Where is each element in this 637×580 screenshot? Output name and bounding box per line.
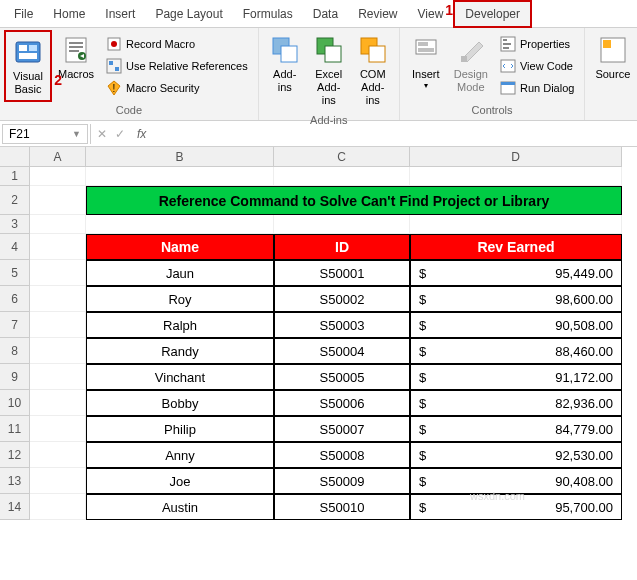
run-dialog-button[interactable]: Run Dialog <box>496 78 578 98</box>
cell[interactable] <box>30 468 86 494</box>
row-header[interactable]: 2 <box>0 186 30 215</box>
addins-button[interactable]: Add- ins <box>263 30 307 98</box>
row-header[interactable]: 14 <box>0 494 30 520</box>
cell[interactable] <box>30 312 86 338</box>
table-cell-name[interactable]: Randy <box>86 338 274 364</box>
visual-basic-button[interactable]: Visual Basic 2 <box>4 30 52 102</box>
record-macro-button[interactable]: Record Macro <box>102 34 252 54</box>
cell[interactable] <box>30 260 86 286</box>
cell[interactable] <box>410 167 622 186</box>
design-mode-button[interactable]: Design Mode <box>448 30 494 98</box>
cell[interactable] <box>30 416 86 442</box>
table-cell-rev[interactable]: $88,460.00 <box>410 338 622 364</box>
com-addins-button[interactable]: COM Add-ins <box>351 30 395 112</box>
cell[interactable] <box>30 390 86 416</box>
cell[interactable] <box>30 442 86 468</box>
table-cell-rev[interactable]: $91,172.00 <box>410 364 622 390</box>
row-header[interactable]: 13 <box>0 468 30 494</box>
insert-control-button[interactable]: Insert ▾ <box>404 30 448 95</box>
svg-rect-24 <box>461 56 467 62</box>
table-cell-id[interactable]: S50003 <box>274 312 410 338</box>
tab-formulas[interactable]: Formulas <box>233 2 303 26</box>
cancel-formula-icon[interactable]: ✕ <box>97 127 107 141</box>
tab-insert[interactable]: Insert <box>95 2 145 26</box>
table-header-rev[interactable]: Rev Earned <box>410 234 622 260</box>
column-header[interactable]: B <box>86 147 274 167</box>
cell[interactable] <box>30 286 86 312</box>
row-header[interactable]: 3 <box>0 215 30 234</box>
table-cell-id[interactable]: S50005 <box>274 364 410 390</box>
row-header[interactable]: 6 <box>0 286 30 312</box>
table-cell-name[interactable]: Jaun <box>86 260 274 286</box>
table-cell-name[interactable]: Philip <box>86 416 274 442</box>
fx-icon[interactable]: fx <box>131 127 152 141</box>
macro-security-button[interactable]: ! Macro Security <box>102 78 252 98</box>
row-header[interactable]: 5 <box>0 260 30 286</box>
title-cell[interactable]: Reference Command to Solve Can't Find Pr… <box>86 186 622 215</box>
cell[interactable] <box>410 215 622 234</box>
row-header[interactable]: 1 <box>0 167 30 186</box>
macro-security-label: Macro Security <box>126 82 199 94</box>
table-cell-id[interactable]: S50004 <box>274 338 410 364</box>
excel-addins-button[interactable]: Excel Add-ins <box>307 30 351 112</box>
table-cell-name[interactable]: Ralph <box>86 312 274 338</box>
confirm-formula-icon[interactable]: ✓ <box>115 127 125 141</box>
cell[interactable] <box>30 186 86 215</box>
column-header[interactable]: A <box>30 147 86 167</box>
tab-review[interactable]: Review <box>348 2 407 26</box>
table-cell-rev[interactable]: $92,530.00 <box>410 442 622 468</box>
use-relative-references-button[interactable]: Use Relative References <box>102 56 252 76</box>
cell[interactable] <box>30 167 86 186</box>
select-all-corner[interactable] <box>0 147 30 167</box>
cell[interactable] <box>86 167 274 186</box>
column-header[interactable]: C <box>274 147 410 167</box>
svg-rect-23 <box>418 48 434 52</box>
table-cell-name[interactable]: Austin <box>86 494 274 520</box>
tab-page-layout[interactable]: Page Layout <box>145 2 232 26</box>
properties-button[interactable]: Properties <box>496 34 578 54</box>
cell[interactable] <box>30 215 86 234</box>
table-cell-name[interactable]: Anny <box>86 442 274 468</box>
cell[interactable] <box>86 215 274 234</box>
row-header[interactable]: 8 <box>0 338 30 364</box>
tab-developer[interactable]: 1 Developer <box>453 0 532 28</box>
table-cell-name[interactable]: Vinchant <box>86 364 274 390</box>
column-header[interactable]: D <box>410 147 622 167</box>
table-cell-name[interactable]: Joe <box>86 468 274 494</box>
row-header[interactable]: 9 <box>0 364 30 390</box>
table-cell-name[interactable]: Bobby <box>86 390 274 416</box>
table-header-name[interactable]: Name <box>86 234 274 260</box>
table-cell-name[interactable]: Roy <box>86 286 274 312</box>
table-header-id[interactable]: ID <box>274 234 410 260</box>
row-header[interactable]: 11 <box>0 416 30 442</box>
table-cell-rev[interactable]: $84,779.00 <box>410 416 622 442</box>
tab-file[interactable]: File <box>4 2 43 26</box>
cell[interactable] <box>30 234 86 260</box>
cell[interactable] <box>274 167 410 186</box>
row-header[interactable]: 12 <box>0 442 30 468</box>
table-cell-id[interactable]: S50008 <box>274 442 410 468</box>
table-cell-id[interactable]: S50006 <box>274 390 410 416</box>
tab-home[interactable]: Home <box>43 2 95 26</box>
cell[interactable] <box>30 338 86 364</box>
row-header[interactable]: 10 <box>0 390 30 416</box>
cell[interactable] <box>274 215 410 234</box>
table-cell-id[interactable]: S50009 <box>274 468 410 494</box>
table-cell-rev[interactable]: $82,936.00 <box>410 390 622 416</box>
table-cell-id[interactable]: S50001 <box>274 260 410 286</box>
table-cell-id[interactable]: S50002 <box>274 286 410 312</box>
table-cell-rev[interactable]: $95,449.00 <box>410 260 622 286</box>
table-cell-rev[interactable]: $90,508.00 <box>410 312 622 338</box>
chevron-down-icon[interactable]: ▼ <box>72 129 81 139</box>
table-cell-id[interactable]: S50007 <box>274 416 410 442</box>
cell[interactable] <box>30 494 86 520</box>
table-cell-id[interactable]: S50010 <box>274 494 410 520</box>
cell[interactable] <box>30 364 86 390</box>
view-code-button[interactable]: View Code <box>496 56 578 76</box>
row-header[interactable]: 4 <box>0 234 30 260</box>
name-box[interactable]: F21 ▼ <box>2 124 88 144</box>
table-cell-rev[interactable]: $98,600.00 <box>410 286 622 312</box>
source-button[interactable]: Source <box>589 30 636 85</box>
row-header[interactable]: 7 <box>0 312 30 338</box>
tab-data[interactable]: Data <box>303 2 348 26</box>
